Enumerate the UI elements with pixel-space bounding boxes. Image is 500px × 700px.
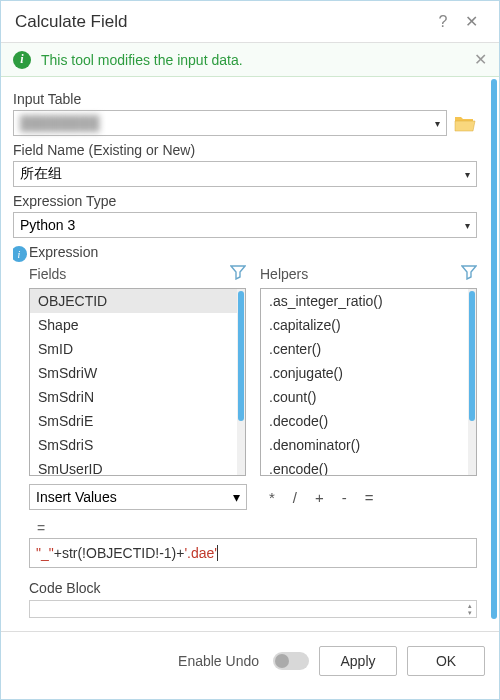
dismiss-info-icon[interactable]: ✕ — [474, 50, 487, 69]
list-item[interactable]: .center() — [261, 337, 468, 361]
expression-input[interactable]: "_"+str(!OBJECTID!-1)+'.dae' — [29, 538, 477, 568]
scrollbar[interactable] — [237, 289, 245, 475]
code-block-input[interactable]: ▴▾ — [29, 600, 477, 618]
help-icon[interactable]: ? — [429, 13, 457, 31]
code-block-label: Code Block — [13, 580, 477, 596]
list-item[interactable]: .count() — [261, 385, 468, 409]
field-name-label: Field Name (Existing or New) — [13, 142, 477, 158]
operator-button[interactable]: + — [315, 489, 324, 506]
chevron-down-icon: ▾ — [233, 489, 240, 505]
info-icon: i — [13, 51, 31, 69]
operator-button[interactable]: * — [269, 489, 275, 506]
field-name-value: 所在组 — [20, 165, 62, 183]
helpers-listbox[interactable]: .as_integer_ratio().capitalize().center(… — [260, 288, 477, 476]
chevron-down-icon: ▾ — [435, 118, 440, 129]
list-item[interactable]: .as_integer_ratio() — [261, 289, 468, 313]
fields-panel-title: Fields — [29, 266, 66, 282]
list-item[interactable]: .encode() — [261, 457, 468, 475]
chevron-down-icon: ▾ — [465, 220, 470, 231]
input-table-value: ████████ — [20, 115, 99, 131]
list-item[interactable]: SmSdriW — [30, 361, 237, 385]
input-table-dropdown[interactable]: ████████ ▾ — [13, 110, 447, 136]
list-item[interactable]: .denominator() — [261, 433, 468, 457]
operator-button[interactable]: - — [342, 489, 347, 506]
apply-button[interactable]: Apply — [319, 646, 397, 676]
list-item[interactable]: .decode() — [261, 409, 468, 433]
field-name-dropdown[interactable]: 所在组 ▾ — [13, 161, 477, 187]
expression-type-dropdown[interactable]: Python 3 ▾ — [13, 212, 477, 238]
expression-type-label: Expression Type — [13, 193, 477, 209]
enable-undo-label: Enable Undo — [178, 653, 259, 669]
equals-label: = — [29, 520, 53, 536]
helpers-panel-title: Helpers — [260, 266, 308, 282]
info-banner-text: This tool modifies the input data. — [41, 52, 474, 68]
expression-type-value: Python 3 — [20, 217, 75, 233]
list-item[interactable]: SmID — [30, 337, 237, 361]
expression-label: Expression — [13, 244, 477, 260]
list-item[interactable]: SmSdriE — [30, 409, 237, 433]
list-item[interactable]: Shape — [30, 313, 237, 337]
operator-button[interactable]: / — [293, 489, 297, 506]
expr-str1: "_" — [36, 545, 54, 561]
insert-values-dropdown[interactable]: Insert Values ▾ — [29, 484, 247, 510]
scrollbar[interactable] — [468, 289, 476, 475]
window-title: Calculate Field — [15, 12, 429, 32]
filter-fields-icon[interactable] — [230, 264, 246, 284]
enable-undo-toggle[interactable] — [273, 652, 309, 670]
close-icon[interactable]: ✕ — [457, 12, 485, 31]
list-item[interactable]: OBJECTID — [30, 289, 237, 313]
operator-button[interactable]: = — [365, 489, 374, 506]
scrollbar[interactable]: ▴▾ — [465, 602, 475, 616]
chevron-down-icon: ▾ — [465, 169, 470, 180]
expr-str2: '.dae' — [184, 545, 217, 561]
fields-listbox[interactable]: OBJECTIDShapeSmIDSmSdriWSmSdriNSmSdriESm… — [29, 288, 246, 476]
list-item[interactable]: SmUserID — [30, 457, 237, 475]
input-table-label: Input Table — [13, 91, 477, 107]
browse-folder-icon[interactable] — [453, 112, 477, 134]
insert-values-label: Insert Values — [36, 489, 117, 505]
ok-button[interactable]: OK — [407, 646, 485, 676]
expr-text: +str(!OBJECTID!-1)+ — [54, 545, 185, 561]
text-cursor — [217, 545, 218, 561]
list-item[interactable]: .conjugate() — [261, 361, 468, 385]
list-item[interactable]: .capitalize() — [261, 313, 468, 337]
filter-helpers-icon[interactable] — [461, 264, 477, 284]
list-item[interactable]: SmSdriS — [30, 433, 237, 457]
list-item[interactable]: SmSdriN — [30, 385, 237, 409]
